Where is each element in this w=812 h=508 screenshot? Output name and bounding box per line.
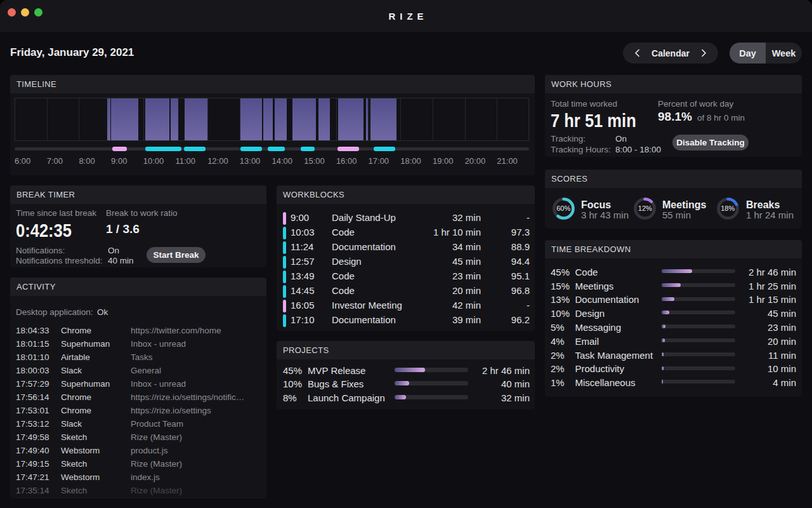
tracking-value: On — [615, 133, 627, 144]
timeline-activity-block[interactable] — [145, 98, 169, 140]
workblock-kind-tick — [283, 271, 286, 283]
timeline-activity-block[interactable] — [107, 98, 110, 140]
workblock-row[interactable]: 12:57Design45 min94.4 — [277, 253, 535, 268]
workblock-time: 11:24 — [291, 241, 313, 252]
workblock-row[interactable]: 9:00Daily Stand-Up32 min- — [277, 210, 535, 224]
workblock-kind-tick — [283, 256, 286, 269]
workblock-kind-tick — [283, 314, 286, 327]
tab-day[interactable]: Day — [730, 43, 766, 64]
timeline-hour-label: 9:00 — [111, 156, 127, 166]
timeline-workblock-marker[interactable] — [374, 147, 395, 151]
workblock-row[interactable]: 17:10Documentation39 min96.2 — [277, 312, 535, 326]
tracking-hours-label: Tracking Hours: — [551, 144, 611, 155]
timeline-activity-block[interactable] — [263, 98, 273, 140]
timeline-workblock-marker[interactable] — [301, 147, 315, 151]
workblock-duration: 34 min — [452, 241, 481, 252]
activity-app: Chrome — [61, 326, 91, 335]
time-breakdown-panel: TIME BREAKDOWN 45%Code2 hr 46 min15%Meet… — [545, 240, 802, 397]
category-progress-fill — [662, 283, 681, 287]
activity-detail: General — [131, 366, 261, 375]
timeline-workblock-marker[interactable] — [145, 147, 181, 151]
workblock-name: Code — [332, 285, 355, 296]
category-time: 1 hr 15 min — [749, 294, 796, 305]
category-time: 2 hr 46 min — [749, 267, 796, 277]
chevron-left-icon — [634, 49, 640, 57]
timeline-workblock-marker[interactable] — [268, 147, 285, 151]
activity-time: 17:49:15 — [16, 459, 49, 469]
timeline-activity-block[interactable] — [366, 98, 368, 140]
timeline-gridline — [207, 98, 208, 140]
time-since-break-label: Time since last break — [16, 208, 96, 218]
timeline-activity-block[interactable] — [185, 98, 207, 140]
activity-time: 17:53:12 — [16, 419, 49, 429]
timeline-hour-label: 8:00 — [79, 156, 95, 166]
workblock-row[interactable]: 11:24Documentation34 min88.9 — [277, 239, 535, 253]
timeline-hour-label: 18:00 — [400, 156, 421, 166]
time-since-break-value: 0:42:35 — [16, 220, 72, 241]
timeline-activity-block[interactable] — [318, 98, 329, 140]
activity-detail: Rize (Master) — [131, 459, 261, 469]
activity-detail: https://rize.io/settings — [131, 406, 261, 415]
activity-app: Sketch — [61, 459, 87, 469]
workblock-row[interactable]: 13:49Code23 min95.1 — [277, 268, 535, 283]
activity-detail: Rize (Master) — [131, 486, 261, 495]
disable-tracking-button[interactable]: Disable Tracking — [672, 135, 749, 150]
activity-row: 18:01:10AirtableTasks — [16, 351, 263, 364]
category-name: Productivity — [575, 363, 625, 374]
category-progress-track — [662, 352, 735, 356]
total-time-label: Total time worked — [551, 98, 617, 109]
category-progress-fill — [662, 338, 665, 342]
timeline-workblock-marker[interactable] — [337, 147, 359, 151]
timeline-hour-label: 6:00 — [15, 156, 30, 166]
timeline-activity-block[interactable] — [370, 98, 396, 140]
activity-time: 18:04:33 — [16, 326, 49, 335]
timeline-activity-block[interactable] — [111, 98, 138, 140]
timeline-hour-label: 14:00 — [272, 156, 293, 166]
tab-week[interactable]: Week — [766, 43, 802, 64]
timeline-workblock-marker[interactable] — [112, 147, 127, 151]
prev-day-button[interactable] — [631, 46, 643, 61]
timeline-gridline — [497, 98, 497, 140]
time-breakdown-row: 10%Design45 min — [545, 306, 802, 320]
project-progress-fill — [395, 395, 406, 399]
start-break-button[interactable]: Start Break — [147, 247, 206, 263]
score-percent: 60% — [553, 197, 575, 220]
timeline-activity-block[interactable] — [275, 98, 287, 140]
timeline-workblock-marker[interactable] — [184, 147, 206, 151]
workblock-kind-tick — [283, 241, 286, 254]
category-percent: 15% — [551, 281, 570, 291]
timeline-workblock-marker[interactable] — [240, 147, 262, 151]
timeline-activity-block[interactable] — [292, 98, 315, 140]
activity-panel-title: ACTIVITY — [10, 277, 266, 296]
percent-workday-value: 98.1% — [658, 109, 692, 124]
workblock-score: 88.9 — [511, 241, 530, 252]
category-percent: 5% — [551, 322, 565, 333]
timeline-panel-title: TIMELINE — [10, 75, 535, 93]
project-progress-track — [395, 381, 468, 385]
workblock-row[interactable]: 14:45Code20 min96.8 — [277, 283, 535, 297]
project-name: Launch Campaign — [308, 392, 385, 403]
workblock-time: 13:49 — [291, 271, 315, 281]
workblock-score: 94.4 — [511, 256, 530, 267]
next-day-button[interactable] — [698, 46, 710, 61]
category-name: Task Management — [575, 350, 653, 361]
workblock-kind-tick — [283, 227, 286, 239]
timeline-panel: TIMELINE 6:007:008:009:0010:0011:0012:00… — [10, 75, 535, 175]
activity-row: 17:49:40Webstormproduct.js — [16, 444, 263, 457]
workblock-row[interactable]: 16:05Investor Meeting42 min- — [277, 297, 535, 312]
workblock-row[interactable]: 10:03Code1 hr 10 min97.3 — [277, 224, 535, 239]
timeline-activity-block[interactable] — [338, 98, 364, 140]
calendar-button[interactable]: Calendar — [652, 48, 690, 58]
workblock-score: 97.3 — [511, 227, 530, 237]
notifications-label: Notifications: — [16, 245, 65, 256]
activity-list[interactable]: 18:04:33Chromehttps://twitter.com/home18… — [16, 324, 263, 498]
timeline-activity-block[interactable] — [240, 98, 262, 140]
timeline-hour-label: 17:00 — [369, 156, 390, 166]
timeline-activity-block[interactable] — [171, 98, 178, 140]
desktop-app-status-label: Desktop application: — [16, 307, 93, 318]
timeline-hour-label: 16:00 — [336, 156, 357, 166]
activity-row: 17:35:14SketchRize (Master) — [16, 485, 263, 498]
activity-detail: product.js — [131, 446, 261, 455]
workblock-name: Code — [332, 271, 355, 281]
score-percent: 18% — [717, 197, 739, 220]
